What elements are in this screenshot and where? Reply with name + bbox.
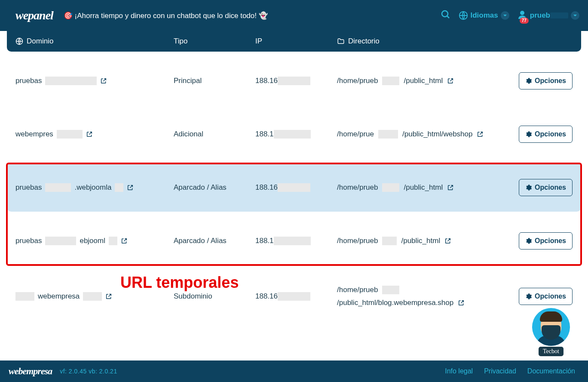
gear-icon bbox=[525, 184, 532, 191]
cell-type: Aparcado / Alias bbox=[174, 183, 255, 192]
language-label: Idiomas bbox=[471, 11, 498, 20]
col-dir-label: Directorio bbox=[348, 37, 380, 46]
cell-dir: /home/prueb/public_html bbox=[337, 77, 509, 85]
cell-type: Adicional bbox=[174, 130, 255, 139]
external-link-icon[interactable] bbox=[447, 184, 454, 191]
external-link-icon[interactable] bbox=[477, 131, 484, 138]
notification-badge: 77 bbox=[520, 18, 529, 24]
footer-logo: webempresa bbox=[9, 366, 52, 377]
options-button[interactable]: Opciones bbox=[519, 126, 573, 143]
table-header: Dominio Tipo IP Directorio bbox=[7, 31, 581, 52]
table-row: webempresAdicional188.1/home/prue/public… bbox=[7, 110, 581, 158]
footer-version: vf: 2.0.45 vb: 2.0.21 bbox=[60, 368, 117, 375]
external-link-icon[interactable] bbox=[121, 237, 128, 244]
globe-icon bbox=[15, 37, 23, 45]
options-button[interactable]: Opciones bbox=[519, 288, 573, 305]
options-button[interactable]: Opciones bbox=[519, 72, 573, 89]
cell-ip: 188.1 bbox=[255, 130, 337, 139]
user-name: prueb bbox=[530, 11, 568, 20]
cell-dir: /home/prue/public_html/webshop bbox=[337, 130, 509, 139]
chatbot-avatar bbox=[532, 308, 570, 346]
cell-domain: pruebas bbox=[15, 77, 174, 85]
col-ip-label: IP bbox=[255, 37, 337, 46]
cell-ip: 188.16 bbox=[255, 183, 337, 192]
cell-dir: /home/prueb/public_html bbox=[337, 237, 509, 245]
cell-dir: /home/prueb/public_html bbox=[337, 183, 509, 192]
footer-links: Info legal Privacidad Documentación bbox=[445, 367, 575, 375]
cell-ip: 188.16 bbox=[255, 292, 337, 301]
external-link-icon[interactable] bbox=[444, 237, 451, 244]
user-menu[interactable]: 77 prueb bbox=[517, 9, 579, 22]
user-icon: 77 bbox=[517, 9, 527, 22]
col-type-label: Tipo bbox=[174, 37, 255, 46]
gear-icon bbox=[525, 237, 532, 244]
search-icon[interactable] bbox=[441, 9, 451, 22]
cell-type: Aparcado / Alias bbox=[174, 237, 255, 245]
svg-line-1 bbox=[447, 16, 449, 18]
rows-container: pruebasPrincipal188.16/home/prueb/public… bbox=[7, 57, 581, 323]
footer-link-docs[interactable]: Documentación bbox=[527, 367, 575, 375]
gear-icon bbox=[525, 131, 532, 138]
cell-ip: 188.16 bbox=[255, 77, 337, 86]
cell-domain: webempres bbox=[15, 130, 174, 139]
gear-icon bbox=[525, 77, 532, 84]
svg-point-3 bbox=[520, 11, 524, 15]
footer-link-privacy[interactable]: Privacidad bbox=[484, 367, 516, 375]
external-link-icon[interactable] bbox=[100, 77, 107, 84]
globe-icon bbox=[459, 11, 468, 20]
options-button[interactable]: Opciones bbox=[519, 179, 573, 196]
chatbot-widget[interactable]: Tecbot bbox=[531, 308, 571, 356]
chevron-down-icon bbox=[571, 11, 579, 20]
folder-icon bbox=[337, 37, 345, 45]
gear-icon bbox=[525, 293, 532, 300]
app-footer: webempresa vf: 2.0.45 vb: 2.0.21 Info le… bbox=[0, 360, 588, 382]
external-link-icon[interactable] bbox=[105, 293, 112, 300]
chevron-down-icon bbox=[501, 11, 509, 20]
col-domain-label: Dominio bbox=[27, 37, 53, 46]
external-link-icon[interactable] bbox=[86, 131, 93, 138]
cell-domain: webempresa bbox=[15, 292, 174, 301]
external-link-icon[interactable] bbox=[458, 299, 465, 306]
footer-link-legal[interactable]: Info legal bbox=[445, 367, 473, 375]
options-button[interactable]: Opciones bbox=[519, 232, 573, 250]
table-row: webempresaSubdominio188.16/home/prueb/pu… bbox=[7, 270, 581, 323]
table-row: pruebas.webjoomlaAparcado / Alias188.16/… bbox=[7, 163, 581, 212]
cell-type: Principal bbox=[174, 77, 255, 85]
cell-ip: 188.1 bbox=[255, 237, 337, 246]
cell-type: Subdominio bbox=[174, 292, 255, 301]
chatbot-label: Tecbot bbox=[539, 347, 564, 356]
promo-text: 🎯 ¡Ahorra tiempo y dinero con un chatbot… bbox=[64, 11, 441, 20]
table-row: pruebasPrincipal188.16/home/prueb/public… bbox=[7, 57, 581, 105]
cell-domain: pruebas.webjoomla bbox=[15, 183, 174, 192]
app-header: wepanel 🎯 ¡Ahorra tiempo y dinero con un… bbox=[0, 0, 588, 31]
annotation-label: URL temporales bbox=[120, 274, 239, 292]
language-selector[interactable]: Idiomas bbox=[459, 11, 509, 20]
external-link-icon[interactable] bbox=[127, 184, 134, 191]
cell-domain: pruebasebjooml bbox=[15, 237, 174, 245]
svg-point-0 bbox=[442, 11, 448, 17]
external-link-icon[interactable] bbox=[447, 77, 454, 84]
table-row: pruebasebjoomlAparcado / Alias188.1/home… bbox=[7, 217, 581, 265]
cell-dir: /home/prueb/public_html/blog.webempresa.… bbox=[337, 286, 509, 307]
app-logo: wepanel bbox=[15, 9, 53, 22]
